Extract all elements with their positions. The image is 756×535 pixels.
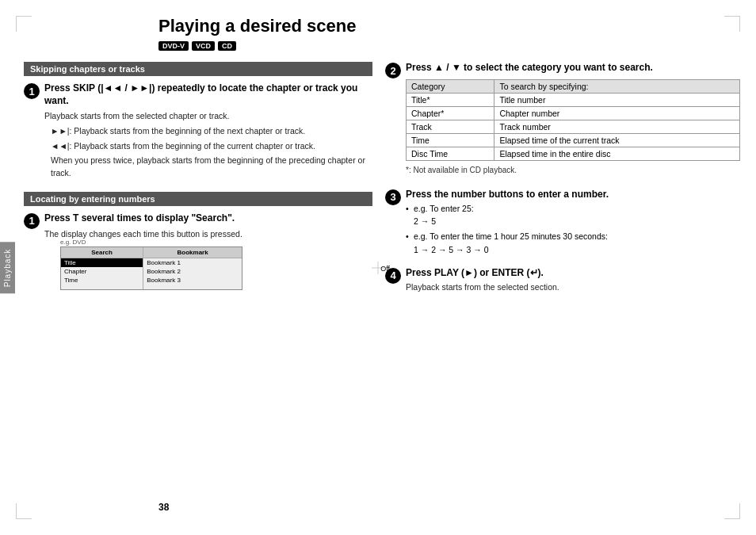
right-step2-num: 2 [385, 63, 401, 78]
skip-body-line3: ◄◄|: Playback starts from the beginning … [51, 140, 372, 153]
format-badges: DVD-V VCD CD [158, 41, 740, 51]
screen-search-title: Search [61, 247, 143, 258]
table-cell-cat4: Time [407, 133, 494, 147]
right-step2: 2 Press ▲ / ▼ to select the category you… [385, 62, 740, 181]
screen-mockup-wrapper: e.g. DVD Search Title Chapter Time [60, 246, 372, 290]
bullet2-seq: 1 → 2 → 5 → 3 → 0 [414, 245, 740, 254]
right-step3-num: 3 [385, 189, 401, 205]
skip-step-content: Press SKIP (|◄◄ / ►►|) repeatedly to loc… [44, 82, 372, 182]
bullet1: e.g. To enter 25: [406, 203, 740, 215]
table-cell-cat3: Track [407, 120, 494, 133]
screen-bookmark-title: Bookmark [143, 247, 242, 258]
search-category-table: Category To search by specifying: Title*… [406, 79, 740, 161]
screen-off-label: Off [380, 265, 390, 273]
table-cell-val1: Title number [494, 93, 740, 106]
right-step4-body: Playback starts from the selected sectio… [406, 281, 740, 294]
right-step4: 4 Press PLAY (►) or ENTER (↵). Playback … [385, 267, 740, 294]
skip-body-line2: ►►|: Playback starts from the beginning … [51, 125, 372, 138]
bullet1-seq: 2 → 5 [414, 216, 740, 226]
table-cell-val3: Track number [494, 120, 740, 133]
right-step2-content: Press ▲ / ▼ to select the category you w… [406, 62, 740, 181]
bullet2-label: e.g. To enter the time 1 hour 25 minutes… [414, 231, 608, 241]
badge-cd: CD [218, 41, 236, 51]
screen-eg-label: e.g. DVD [60, 239, 86, 246]
skip-body-line1: Playback starts from the selected chapte… [44, 110, 372, 123]
skipping-section: Skipping chapters or tracks 1 Press SKIP… [24, 62, 372, 182]
page-number: 38 [158, 502, 169, 513]
right-step2-title: Press ▲ / ▼ to select the category you w… [406, 62, 740, 75]
screen-bookmark-item1: Bookmark 1 [143, 258, 242, 267]
skip-body-line4: When you press twice, playback starts fr… [51, 155, 372, 180]
screen-bookmark-item2: Bookmark 2 [143, 267, 242, 276]
page-title: Playing a desired scene [158, 16, 740, 36]
table-cell-cat5: Disc Time [407, 147, 494, 160]
screen-search-item3: Time [61, 276, 143, 285]
table-header-search: To search by specifying: [494, 79, 740, 93]
main-content: Playing a desired scene DVD-V VCD CD Ski… [24, 16, 740, 519]
screen-bookmark-item3: Bookmark 3 [143, 276, 242, 285]
screen-bookmark-panel: Bookmark Bookmark 1 Bookmark 2 Bookmark … [143, 247, 242, 289]
left-column: Skipping chapters or tracks 1 Press SKIP… [24, 62, 372, 302]
table-note: *: Not available in CD playback. [406, 166, 740, 174]
bullet2: e.g. To enter the time 1 hour 25 minutes… [406, 231, 740, 243]
right-step3-title: Press the number buttons to enter a numb… [406, 189, 740, 200]
sidebar-playback-label: Playback [0, 242, 15, 293]
table-row: Title* Title number [407, 93, 740, 106]
table-row: Disc Time Elapsed time in the entire dis… [407, 147, 740, 160]
skip-step1: 1 Press SKIP (|◄◄ / ►►|) repeatedly to l… [24, 82, 372, 182]
table-row: Chapter* Chapter number [407, 106, 740, 120]
locate-step-content: Press T several times to display "Search… [44, 212, 372, 290]
table-header-category: Category [407, 79, 494, 93]
locate-step-num: 1 [24, 213, 40, 229]
table-cell-val4: Elapsed time of the current track [494, 133, 740, 147]
table-row: Time Elapsed time of the current track [407, 133, 740, 147]
badge-vcd: VCD [192, 41, 215, 51]
badge-dvdv: DVD-V [158, 41, 189, 51]
screen-search-item2: Chapter [61, 267, 143, 276]
skip-step-title: Press SKIP (|◄◄ / ►►|) repeatedly to loc… [44, 82, 372, 107]
right-step4-title: Press PLAY (►) or ENTER (↵). [406, 267, 740, 278]
step3-bullets2: e.g. To enter the time 1 hour 25 minutes… [406, 231, 740, 243]
screen-search-item1: Title [61, 258, 143, 267]
bullet1-label: e.g. To enter 25: [414, 204, 474, 213]
locate-step-body: The display changes each time this butto… [44, 228, 372, 241]
right-step4-content: Press PLAY (►) or ENTER (↵). Playback st… [406, 267, 740, 294]
step3-bullets: e.g. To enter 25: [406, 203, 740, 215]
locating-section: Locating by entering numbers 1 Press T s… [24, 192, 372, 290]
right-step3-content: Press the number buttons to enter a numb… [406, 189, 740, 259]
skip-step-body: Playback starts from the selected chapte… [44, 110, 372, 180]
table-cell-val2: Chapter number [494, 106, 740, 120]
skip-step-num: 1 [24, 83, 40, 99]
locating-header: Locating by entering numbers [24, 192, 372, 206]
locate-step1: 1 Press T several times to display "Sear… [24, 212, 372, 290]
table-cell-val5: Elapsed time in the entire disc [494, 147, 740, 160]
table-cell-cat2: Chapter* [407, 106, 494, 120]
right-column: 2 Press ▲ / ▼ to select the category you… [385, 62, 740, 302]
locate-body-line1: The display changes each time this butto… [44, 228, 372, 241]
skipping-header: Skipping chapters or tracks [24, 62, 372, 76]
screen-display: Search Title Chapter Time Bookmark Bookm… [60, 246, 242, 290]
right-step3: 3 Press the number buttons to enter a nu… [385, 189, 740, 259]
columns: Skipping chapters or tracks 1 Press SKIP… [24, 62, 740, 302]
table-cell-cat1: Title* [407, 93, 494, 106]
screen-search-panel: Search Title Chapter Time [61, 247, 143, 289]
table-row: Track Track number [407, 120, 740, 133]
locate-step-title: Press T several times to display "Search… [44, 212, 372, 225]
